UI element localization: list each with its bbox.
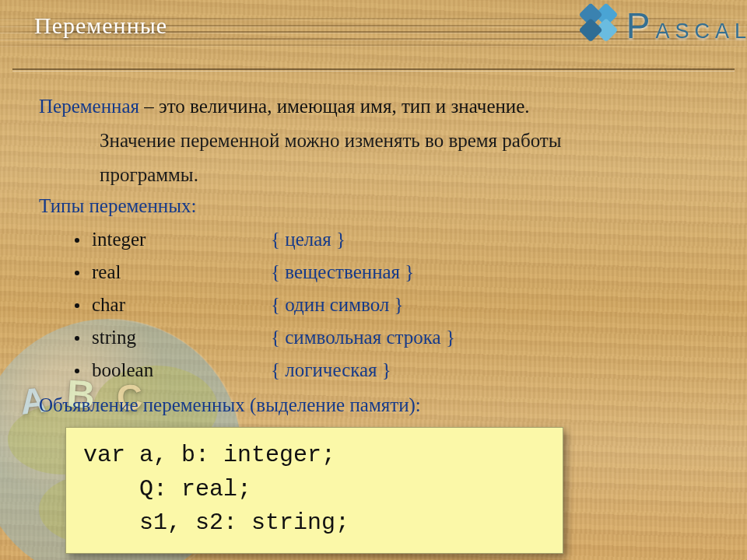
type-desc: { логическая } bbox=[271, 354, 391, 387]
type-name: char bbox=[92, 289, 271, 321]
list-item: char { один символ } bbox=[75, 289, 708, 321]
slide-body: Переменная – это величина, имеющая имя, … bbox=[0, 72, 747, 554]
type-name: boolean bbox=[92, 354, 271, 387]
bullet-icon bbox=[75, 238, 79, 243]
list-item: integer { целая } bbox=[75, 223, 708, 256]
code-example: var a, b: integer; Q: real; s1, s2: stri… bbox=[65, 427, 563, 554]
brand-logo-block: Pascal bbox=[578, 5, 747, 47]
pascal-logo-icon bbox=[570, 0, 627, 54]
bullet-icon bbox=[75, 336, 79, 341]
type-name: real bbox=[92, 256, 271, 289]
bullet-icon bbox=[75, 369, 79, 373]
definition-rest: – это величина, имеющая имя, тип и значе… bbox=[139, 96, 530, 117]
type-desc: { символьная строка } bbox=[271, 321, 455, 354]
definition-line: Переменная – это величина, имеющая имя, … bbox=[39, 93, 708, 120]
list-item: boolean { логическая } bbox=[75, 354, 708, 387]
slide-title: Переменные bbox=[34, 12, 167, 39]
brand-name: Pascal bbox=[626, 5, 747, 47]
declaration-heading: Объявление переменных (выделение памяти)… bbox=[39, 394, 708, 416]
definition-cont: программы. bbox=[39, 162, 708, 188]
types-list: integer { целая } real { вещественная } … bbox=[75, 223, 708, 387]
bullet-icon bbox=[75, 271, 79, 275]
definition-cont: Значение переменной можно изменять во вр… bbox=[39, 128, 708, 154]
type-desc: { целая } bbox=[271, 223, 345, 256]
list-item: real { вещественная } bbox=[75, 256, 708, 289]
type-desc: { один символ } bbox=[271, 289, 404, 321]
bullet-icon bbox=[75, 303, 79, 308]
list-item: string { символьная строка } bbox=[75, 321, 708, 354]
type-name: string bbox=[92, 321, 271, 354]
types-heading: Типы переменных: bbox=[39, 195, 708, 217]
type-desc: { вещественная } bbox=[271, 256, 414, 289]
slide-header: Переменные Pascal bbox=[0, 0, 747, 51]
type-name: integer bbox=[92, 223, 271, 256]
definition-term: Переменная bbox=[39, 96, 139, 117]
